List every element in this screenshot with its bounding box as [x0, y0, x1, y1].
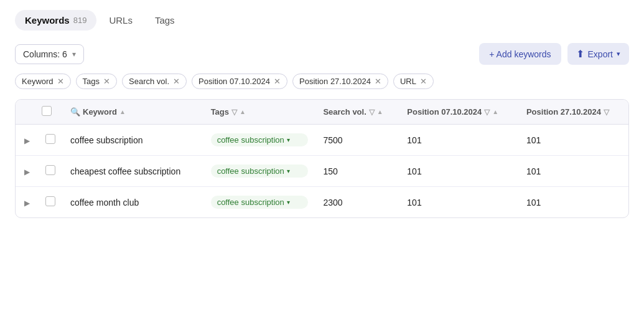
table-row: ▶ coffee month club coffee subscription …: [16, 187, 628, 218]
chip-keyword-close[interactable]: ✕: [57, 77, 64, 85]
chevron-down-icon: ▾: [72, 50, 76, 59]
th-check[interactable]: [38, 100, 63, 125]
chip-url-label: URL: [400, 77, 416, 86]
row-tag-0: coffee subscription ▾: [203, 125, 316, 156]
tag-chevron-icon: ▾: [287, 168, 290, 174]
chip-search-vol-label: Search vol.: [129, 77, 169, 86]
tab-keywords-label: Keywords: [25, 15, 70, 26]
th-pos2-label: Position 27.10.2024: [526, 107, 601, 117]
tab-tags[interactable]: Tags: [145, 10, 185, 31]
add-keywords-label: + Add keywords: [489, 49, 551, 59]
chip-pos1: Position 07.10.2024 ✕: [192, 74, 287, 89]
filter-icon[interactable]: ▽: [231, 108, 237, 117]
th-keyword-label: Keyword: [83, 107, 117, 117]
sort-icon: ▲: [377, 108, 383, 115]
row-keyword-2: coffee month club: [63, 187, 203, 218]
chip-pos2: Position 27.10.2024 ✕: [292, 74, 388, 89]
row-pos2-1: 101: [519, 156, 628, 187]
table-row: ▶ cheapest coffee subscription coffee su…: [16, 156, 628, 187]
expand-icon[interactable]: ▶: [24, 199, 30, 208]
th-search-vol-label: Search vol.: [323, 107, 366, 117]
main-container: Keywords 819 URLs Tags Columns: 6 ▾ + Ad…: [0, 0, 644, 228]
th-tags-label: Tags: [211, 107, 229, 117]
sort-icon: ▲: [240, 108, 246, 115]
th-pos1[interactable]: Position 07.10.2024 ▽ ▲: [399, 100, 519, 125]
export-label: Export: [588, 49, 613, 59]
keywords-table: 🔍 Keyword ▲ Tags ▽ ▲: [15, 99, 629, 218]
th-tags[interactable]: Tags ▽ ▲: [203, 100, 316, 125]
toolbar: Columns: 6 ▾ + Add keywords ⬆ Export ▾: [15, 43, 629, 65]
row-checkbox-2[interactable]: [45, 196, 55, 206]
row-keyword-0: coffee subscription: [63, 125, 203, 156]
search-icon: 🔍: [70, 107, 80, 117]
table-row: ▶ coffee subscription coffee subscriptio…: [16, 125, 628, 156]
th-search-vol[interactable]: Search vol. ▽ ▲: [315, 100, 399, 125]
row-expand-0[interactable]: ▶: [16, 125, 38, 156]
chip-tags-label: Tags: [83, 77, 100, 86]
expand-icon[interactable]: ▶: [24, 168, 30, 176]
th-expand: [16, 100, 38, 125]
add-keywords-button[interactable]: + Add keywords: [479, 43, 561, 65]
tag-chevron-icon: ▾: [287, 136, 290, 143]
chip-url: URL ✕: [393, 74, 434, 89]
chip-tags-close[interactable]: ✕: [103, 77, 110, 85]
row-pos2-0: 101: [519, 125, 628, 156]
row-search-vol-2: 2300: [315, 187, 399, 218]
tab-urls[interactable]: URLs: [99, 10, 142, 31]
tab-keywords-badge: 819: [73, 16, 87, 25]
row-search-vol-1: 150: [315, 156, 399, 187]
filter-icon[interactable]: ▽: [369, 108, 375, 117]
row-search-vol-0: 7500: [315, 125, 399, 156]
tag-pill-1[interactable]: coffee subscription ▾: [211, 165, 309, 178]
tab-tags-label: Tags: [155, 15, 175, 26]
sort-icon: ▲: [492, 108, 498, 115]
chip-keyword-label: Keyword: [22, 77, 54, 86]
row-expand-1[interactable]: ▶: [16, 156, 38, 187]
chip-search-vol-close[interactable]: ✕: [173, 77, 180, 85]
th-keyword[interactable]: 🔍 Keyword ▲: [63, 100, 203, 125]
row-check-1[interactable]: [38, 156, 63, 187]
toolbar-right: + Add keywords ⬆ Export ▾: [479, 43, 629, 65]
row-keyword-1: cheapest coffee subscription: [63, 156, 203, 187]
export-button[interactable]: ⬆ Export ▾: [567, 43, 629, 65]
tab-keywords[interactable]: Keywords 819: [15, 10, 96, 31]
filter-chips: Keyword ✕ Tags ✕ Search vol. ✕ Position …: [15, 74, 629, 89]
tag-pill-2[interactable]: coffee subscription ▾: [211, 196, 309, 209]
tab-urls-label: URLs: [109, 15, 133, 26]
filter-icon[interactable]: ▽: [604, 108, 609, 117]
chip-pos2-close[interactable]: ✕: [375, 77, 381, 85]
export-icon: ⬆: [576, 48, 584, 60]
tag-pill-0[interactable]: coffee subscription ▾: [211, 133, 309, 146]
tag-chevron-icon: ▾: [287, 199, 290, 206]
row-check-0[interactable]: [38, 125, 63, 156]
row-check-2[interactable]: [38, 187, 63, 218]
chip-pos1-close[interactable]: ✕: [274, 77, 281, 85]
chip-tags: Tags ✕: [76, 74, 117, 89]
chip-url-close[interactable]: ✕: [420, 77, 427, 85]
chip-pos2-label: Position 27.10.2024: [299, 77, 371, 86]
columns-label: Columns: 6: [23, 49, 67, 59]
row-pos1-1: 101: [399, 156, 519, 187]
chevron-down-icon: ▾: [617, 50, 620, 58]
row-tag-1: coffee subscription ▾: [203, 156, 316, 187]
columns-select[interactable]: Columns: 6 ▾: [15, 44, 84, 64]
row-expand-2[interactable]: ▶: [16, 187, 38, 218]
row-checkbox-1[interactable]: [45, 165, 55, 175]
chip-pos1-label: Position 07.10.2024: [198, 77, 270, 86]
select-all-checkbox[interactable]: [42, 106, 52, 116]
chip-keyword: Keyword ✕: [15, 74, 71, 89]
sort-asc-icon: ▲: [119, 108, 126, 115]
row-pos1-0: 101: [399, 125, 519, 156]
th-pos1-label: Position 07.10.2024: [407, 107, 482, 117]
expand-icon[interactable]: ▶: [24, 136, 30, 145]
filter-icon[interactable]: ▽: [484, 108, 490, 117]
th-pos2[interactable]: Position 27.10.2024 ▽: [519, 100, 628, 125]
row-tag-2: coffee subscription ▾: [203, 187, 316, 218]
row-pos2-2: 101: [519, 187, 628, 218]
chip-search-vol: Search vol. ✕: [122, 74, 187, 89]
row-checkbox-0[interactable]: [45, 134, 55, 144]
tab-bar: Keywords 819 URLs Tags: [15, 10, 629, 31]
row-pos1-2: 101: [399, 187, 519, 218]
